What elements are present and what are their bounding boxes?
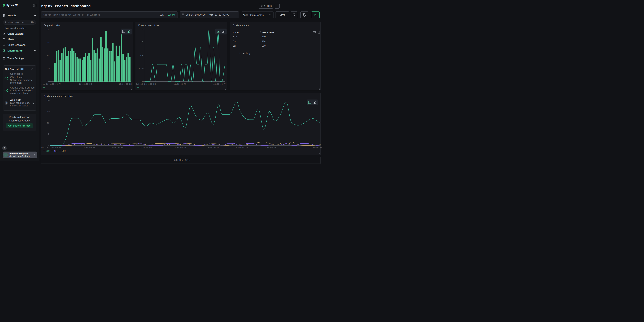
svg-text:8:30:00 AM: 8:30:00 AM xyxy=(264,146,276,149)
svg-text:404: 404 xyxy=(54,150,58,152)
svg-text:0: 0 xyxy=(48,144,49,146)
svg-text:12:30:00 PM: 12:30:00 PM xyxy=(213,83,226,85)
svg-text:7:00:00 PM: 7:00:00 PM xyxy=(112,146,123,149)
svg-text:4:30:00 PM: 4:30:00 PM xyxy=(84,146,95,149)
svg-text:0: 0 xyxy=(48,80,49,82)
svg-text:3:30:00 AM: 3:30:00 AM xyxy=(208,146,219,149)
svg-text:2.3: 2.3 xyxy=(140,41,144,43)
svg-text:6:00:00 AM: 6:00:00 AM xyxy=(236,146,248,149)
svg-text:16: 16 xyxy=(47,122,49,124)
svg-text:11:30:00 PM: 11:30:00 PM xyxy=(174,83,186,85)
svg-text:Oct 26 1:00:00 PM: Oct 26 1:00:00 PM xyxy=(42,146,61,149)
svg-text:12:30:00 PM: 12:30:00 PM xyxy=(119,83,132,85)
svg-text:500: 500 xyxy=(62,150,66,152)
svg-text:200: 200 xyxy=(46,150,50,152)
svg-text:0.75: 0.75 xyxy=(139,68,144,70)
svg-text:9: 9 xyxy=(48,68,49,70)
svg-text:24: 24 xyxy=(47,110,49,113)
svg-text:12:30:00 AM: 12:30:00 AM xyxy=(173,146,186,149)
svg-text:9:30:00 PM: 9:30:00 PM xyxy=(140,146,152,149)
svg-text:Oct 26 1:00:00 PM: Oct 26 1:00:00 PM xyxy=(136,83,156,85)
svg-text:3: 3 xyxy=(142,28,144,31)
svg-text:8: 8 xyxy=(48,133,49,135)
svg-text:18: 18 xyxy=(47,54,49,57)
svg-text:12:30:00 PM: 12:30:00 PM xyxy=(309,146,322,149)
svg-text:27: 27 xyxy=(47,42,49,44)
svg-text:36: 36 xyxy=(47,29,49,31)
svg-text:11:30:00 PM: 11:30:00 PM xyxy=(79,83,92,85)
svg-text:1.5: 1.5 xyxy=(140,54,144,57)
svg-text:Oct 26 1:00:00 PM: Oct 26 1:00:00 PM xyxy=(42,83,61,85)
svg-text:32: 32 xyxy=(47,99,49,101)
svg-text:0: 0 xyxy=(142,80,144,82)
